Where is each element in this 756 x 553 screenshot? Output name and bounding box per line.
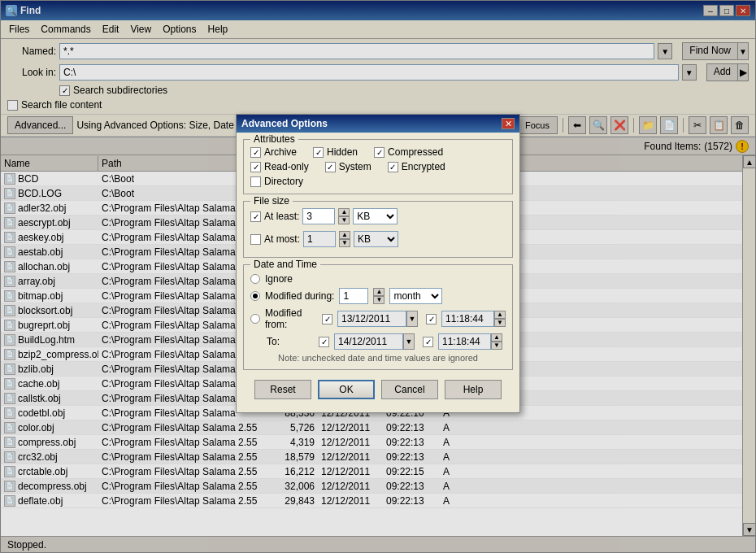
attr-encrypted: Encrypted xyxy=(388,161,445,172)
directory-label: Directory xyxy=(264,176,303,187)
modified-during-spin-down[interactable]: ▼ xyxy=(373,296,385,304)
ignore-radio[interactable] xyxy=(250,274,260,284)
at-least-checkbox[interactable] xyxy=(250,211,261,222)
attr-directory: Directory xyxy=(250,176,303,187)
dialog-body: Attributes Archive Hidden Co xyxy=(237,133,519,412)
directory-checkbox[interactable] xyxy=(250,176,261,187)
compressed-checkbox[interactable] xyxy=(374,147,385,158)
from-date-input[interactable] xyxy=(337,311,406,327)
modified-during-row: Modified during: ▲ ▼ month day week year xyxy=(250,288,506,304)
dialog-title-bar: Advanced Options ✕ xyxy=(237,115,519,133)
cancel-button[interactable]: Cancel xyxy=(381,380,438,399)
attr-compressed: Compressed xyxy=(374,146,443,158)
help-button[interactable]: Help xyxy=(445,380,502,399)
attributes-group-label: Attributes xyxy=(250,133,298,145)
readonly-checkbox[interactable] xyxy=(250,162,261,172)
at-least-unit-select[interactable]: KB MB B xyxy=(353,208,398,224)
modified-from-row: Modified from: ▼ ▲ ▼ xyxy=(250,307,506,330)
to-time-spinners: ▲ ▼ xyxy=(491,333,502,350)
hidden-label: Hidden xyxy=(327,146,358,158)
at-least-spin-down[interactable]: ▼ xyxy=(338,216,350,224)
to-label: To: xyxy=(267,336,280,347)
attributes-content: Archive Hidden Compressed xyxy=(250,146,506,187)
to-date-checkbox[interactable] xyxy=(319,337,329,347)
at-least-row: At least: ▲ ▼ KB MB B xyxy=(250,208,506,224)
attributes-group: Attributes Archive Hidden Co xyxy=(243,139,513,194)
readonly-label: Read-only xyxy=(264,161,309,172)
modified-during-spin-up[interactable]: ▲ xyxy=(373,288,385,296)
to-time-checkbox[interactable] xyxy=(423,337,433,347)
to-date-dropdown-button[interactable]: ▼ xyxy=(403,333,415,350)
attr-row-1: Archive Hidden Compressed xyxy=(250,146,506,158)
at-most-label: At most: xyxy=(264,233,300,245)
from-date-checkbox[interactable] xyxy=(322,314,332,324)
archive-checkbox[interactable] xyxy=(250,147,261,158)
dialog-buttons: Reset OK Cancel Help xyxy=(243,377,513,406)
dialog-title: Advanced Options xyxy=(241,118,328,129)
at-most-spin-up[interactable]: ▲ xyxy=(339,231,350,239)
to-date-input[interactable] xyxy=(334,333,403,350)
file-size-group: File size At least: ▲ ▼ KB MB B xyxy=(243,201,513,258)
from-time-spin-down[interactable]: ▼ xyxy=(494,319,506,327)
to-row: To: ▼ ▲ ▼ xyxy=(267,333,506,350)
attr-row-3: Directory xyxy=(250,176,506,187)
at-most-input[interactable] xyxy=(303,231,336,247)
at-most-row: At most: ▲ ▼ KB MB B xyxy=(250,231,506,247)
ignore-row: Ignore xyxy=(250,273,506,285)
date-time-group: Date and Time Ignore Modified during: ▲ xyxy=(243,264,513,370)
attr-hidden: Hidden xyxy=(313,146,358,158)
from-time-input[interactable] xyxy=(441,311,494,327)
system-checkbox[interactable] xyxy=(325,162,336,172)
file-size-group-label: File size xyxy=(250,195,293,207)
from-time-spinners: ▲ ▼ xyxy=(494,311,506,327)
to-time-spin-down[interactable]: ▼ xyxy=(491,342,502,350)
date-time-group-label: Date and Time xyxy=(250,259,320,270)
to-time-spin-up[interactable]: ▲ xyxy=(491,333,502,342)
at-most-unit-select[interactable]: KB MB B xyxy=(354,231,398,247)
attr-system: System xyxy=(325,161,371,172)
dialog-overlay: Advanced Options ✕ Attributes Archive Hi… xyxy=(0,0,756,553)
at-most-spin-down[interactable]: ▼ xyxy=(339,239,350,247)
compressed-label: Compressed xyxy=(388,146,443,158)
date-note: Note: unchecked date and time values are… xyxy=(250,353,506,363)
dialog-close-button[interactable]: ✕ xyxy=(502,118,515,129)
modified-during-unit-select[interactable]: month day week year xyxy=(389,288,442,304)
to-time-input[interactable] xyxy=(438,333,491,350)
file-size-content: At least: ▲ ▼ KB MB B xyxy=(250,208,506,250)
attr-archive: Archive xyxy=(250,146,297,158)
attr-readonly: Read-only xyxy=(250,161,309,172)
modified-from-label: Modified from: xyxy=(265,307,314,330)
from-date-dropdown-button[interactable]: ▼ xyxy=(406,311,418,327)
modified-during-spinners: ▲ ▼ xyxy=(373,288,385,304)
ignore-label: Ignore xyxy=(265,273,293,285)
encrypted-checkbox[interactable] xyxy=(388,162,398,172)
at-most-checkbox[interactable] xyxy=(250,234,261,245)
at-least-input[interactable] xyxy=(302,208,335,224)
modified-during-radio[interactable] xyxy=(250,291,260,301)
archive-label: Archive xyxy=(264,146,297,158)
modified-from-radio[interactable] xyxy=(250,314,260,324)
reset-button[interactable]: Reset xyxy=(254,380,311,399)
at-least-spin-up[interactable]: ▲ xyxy=(338,208,350,216)
advanced-options-dialog: Advanced Options ✕ Attributes Archive Hi… xyxy=(236,114,520,413)
system-label: System xyxy=(339,161,371,172)
encrypted-label: Encrypted xyxy=(402,161,445,172)
hidden-checkbox[interactable] xyxy=(313,147,324,158)
from-time-checkbox[interactable] xyxy=(426,314,437,324)
from-time-spin-up[interactable]: ▲ xyxy=(494,311,506,319)
at-least-spinners: ▲ ▼ xyxy=(338,208,350,224)
attr-row-2: Read-only System Encrypted xyxy=(250,161,506,172)
ok-button[interactable]: OK xyxy=(318,380,375,399)
modified-during-value[interactable] xyxy=(339,288,368,304)
date-time-content: Ignore Modified during: ▲ ▼ month xyxy=(250,273,506,363)
modified-during-label: Modified during: xyxy=(265,290,334,302)
at-least-label: At least: xyxy=(264,211,299,222)
at-most-spinners: ▲ ▼ xyxy=(339,231,350,247)
